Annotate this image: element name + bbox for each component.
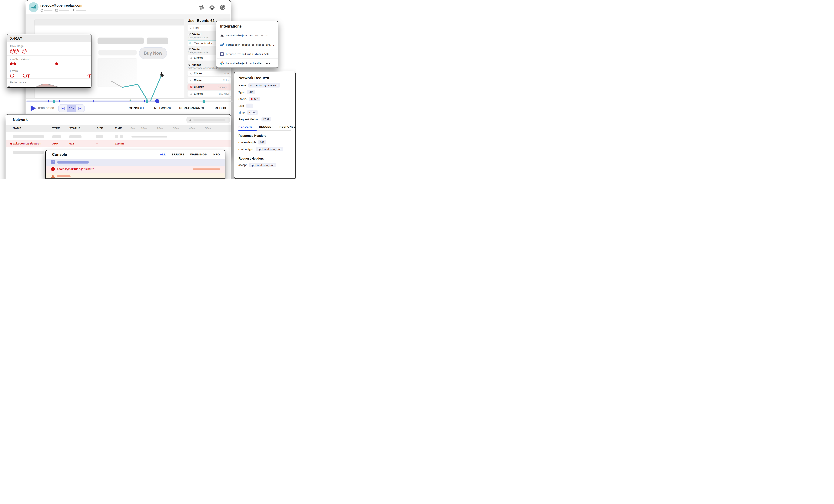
timeline-quote-marker-icon[interactable]: ❝: [129, 99, 131, 103]
info-icon: i: [51, 160, 55, 164]
col-name[interactable]: NAME: [13, 127, 21, 130]
event-clicked[interactable]: Clicked Color: [188, 77, 231, 83]
console-tab-warnings[interactable]: WARNINGS: [190, 153, 207, 156]
screenshot-stage: rebecca@openreplay.com: [0, 0, 296, 179]
skip-back-button[interactable]: [59, 105, 67, 112]
tab-headers[interactable]: HEADERS: [238, 125, 253, 128]
col-type[interactable]: TYPE: [52, 127, 60, 130]
log-skeleton: [57, 175, 70, 177]
network-search-input[interactable]: [186, 116, 230, 123]
header-label: content-length: [238, 141, 256, 144]
request-time: 119 ms: [115, 142, 125, 145]
jira-icon[interactable]: [209, 4, 215, 10]
tab-response[interactable]: RESPONSE: [279, 125, 295, 128]
console-tab-all[interactable]: ALL: [160, 153, 166, 156]
click-hand-icon: [190, 72, 192, 75]
click-hand-icon: [190, 79, 192, 82]
product-image-skeleton: [97, 59, 137, 87]
cursor-icon: [159, 71, 165, 78]
network-row-skeleton[interactable]: [6, 133, 231, 140]
network-error-dot: [14, 62, 16, 65]
error-icon: !: [51, 167, 55, 171]
console-row-info[interactable]: i: [46, 159, 225, 166]
search-icon: [189, 27, 192, 29]
header-label: accept: [238, 163, 246, 167]
integration-row-sentry[interactable]: UnhandledRejection: Non-Error...: [216, 31, 278, 40]
user-events-count: 62: [210, 19, 215, 23]
integration-row-elastic[interactable]: Unhandledrejection handler rece..: [216, 59, 278, 68]
field-label: Size: [238, 104, 244, 107]
log-skeleton: [57, 161, 89, 163]
integration-row-stackdriver[interactable]: Permission denied to access pro...: [216, 40, 278, 49]
xray-network-section[interactable]: 4xx-5xx Network: [7, 56, 91, 67]
location-pin-icon: [72, 9, 75, 12]
network-request-panel: Network Request Name api.ecom.xyz/search…: [234, 72, 296, 179]
timeline-file-marker-icon[interactable]: [202, 100, 205, 103]
slack-icon[interactable]: [199, 4, 205, 10]
datadog-icon: [220, 52, 224, 56]
network-row-error[interactable]: api.ecom.xyz/search XHR 422 -- 119 ms: [6, 140, 231, 147]
field-label: Time: [238, 111, 245, 114]
timeline-file-marker-icon[interactable]: [52, 100, 55, 103]
buy-now-button[interactable]: Buy Now: [139, 47, 167, 59]
col-time[interactable]: TIME: [115, 127, 122, 130]
angry-face-icon: [190, 85, 193, 88]
tick-40ms: 40ms: [189, 127, 195, 130]
request-time-value: 119ms: [247, 110, 258, 115]
event-clicked[interactable]: Clicked Buy Now: [188, 91, 231, 96]
tab-console[interactable]: CONSOLE: [129, 106, 145, 110]
timeline-file-marker-icon[interactable]: [146, 100, 148, 103]
skip-forward-button[interactable]: [75, 105, 84, 112]
log-skeleton: [193, 169, 220, 170]
tab-request[interactable]: REQUEST: [259, 125, 273, 128]
integrations-panel: Integrations UnhandledRejection: Non-Err…: [216, 21, 278, 68]
tab-underline: [238, 130, 291, 131]
section-divider: [238, 154, 291, 154]
avatar: [29, 2, 39, 12]
timeline-event-tick[interactable]: [59, 100, 60, 103]
xray-title: X-RAY: [7, 34, 91, 42]
session-meta-row: [40, 9, 86, 12]
timeline-event-tick[interactable]: [144, 100, 145, 103]
request-size: --: [96, 142, 98, 145]
clock-icon: [40, 9, 43, 12]
header-label: content-type: [238, 148, 254, 151]
warning-icon: [51, 174, 55, 178]
request-size-value: --: [246, 104, 253, 108]
console-tab-info[interactable]: INFO: [213, 153, 220, 156]
event-target: Size: [224, 72, 229, 75]
angry-face-icon: [14, 49, 19, 54]
event-target: Buy Now: [219, 92, 229, 95]
play-button[interactable]: [30, 105, 37, 112]
github-icon[interactable]: [219, 4, 226, 10]
col-size[interactable]: SIZE: [96, 127, 103, 130]
tab-performance[interactable]: PERFORMANCE: [179, 106, 205, 110]
event-clicked[interactable]: Clicked Size: [188, 70, 231, 76]
click-hand-icon: [190, 57, 192, 59]
timeline-track-remaining[interactable]: [157, 101, 234, 102]
event-click-rage[interactable]: 3 Clicks Quantity +: [188, 84, 231, 90]
error-status-dot: [10, 143, 12, 145]
timeline-event-tick[interactable]: [93, 100, 93, 103]
tick-30ms: 30ms: [173, 127, 179, 130]
timeline-playhead[interactable]: [155, 99, 159, 103]
console-row-warning[interactable]: [46, 173, 225, 179]
integration-row-datadog[interactable]: Request failed with status 500: [216, 49, 278, 59]
timeline-track-played[interactable]: [26, 101, 157, 102]
xray-errors-section[interactable]: Errors: [7, 67, 91, 79]
elastic-icon: [220, 61, 224, 65]
navigate-icon: [188, 48, 191, 51]
request-method-value: POST: [261, 117, 271, 122]
console-tab-errors[interactable]: ERRORS: [172, 153, 184, 156]
tab-redux[interactable]: REDUX: [215, 106, 226, 110]
xray-panel: X-RAY Click Rage 4xx-5xx Network Errors …: [7, 34, 91, 88]
console-row-error[interactable]: ! ecom.xyz/a213qh.js:123987: [46, 166, 225, 173]
skip-interval[interactable]: 10s: [67, 105, 76, 112]
xray-click-rage-section[interactable]: Click Rage: [7, 42, 91, 56]
xray-performance-section[interactable]: Performance: [7, 79, 91, 88]
col-status[interactable]: STATUS: [69, 127, 81, 130]
tab-network[interactable]: NETWORK: [154, 106, 171, 110]
timeline-event-tick[interactable]: [48, 100, 49, 103]
rhino-icon: [30, 3, 37, 11]
stackdriver-icon: [220, 43, 224, 47]
